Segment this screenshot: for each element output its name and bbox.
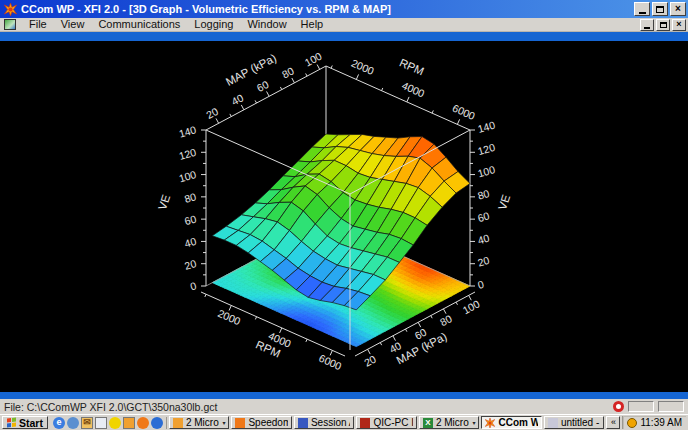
dropdown-arrow-icon[interactable]: ▾: [472, 419, 475, 426]
minimize-button[interactable]: [634, 2, 650, 16]
svg-text:20: 20: [183, 257, 198, 272]
title-bar[interactable]: CCom WP - XFI 2.0 - [3D Graph - Volumetr…: [0, 0, 688, 18]
svg-text:20: 20: [362, 353, 378, 369]
app-icon: [3, 2, 17, 16]
system-tray: 11:39 AM: [622, 416, 686, 429]
firefox-icon: [235, 418, 245, 428]
child-minimize-button[interactable]: [640, 19, 654, 31]
task-button-label: Session A - [...: [311, 417, 351, 428]
toolbar-strip-top: [0, 32, 688, 41]
svg-text:2000: 2000: [350, 57, 376, 78]
svg-text:100: 100: [303, 50, 324, 69]
window-controls: ×: [634, 2, 686, 16]
status-panel-2: [658, 401, 684, 412]
record-indicator-icon: [613, 401, 624, 412]
child-restore-button[interactable]: [656, 19, 670, 31]
svg-text:2000: 2000: [216, 307, 242, 328]
svg-text:0: 0: [189, 279, 198, 292]
menu-item-help[interactable]: Help: [294, 18, 331, 31]
dropdown-arrow-icon[interactable]: ▾: [222, 419, 225, 426]
svg-text:100: 100: [460, 297, 481, 316]
menu-item-logging[interactable]: Logging: [187, 18, 240, 31]
svg-text:120: 120: [177, 146, 197, 162]
task-button-untitled-paint[interactable]: untitled - Paint: [544, 416, 605, 429]
svg-text:140: 140: [177, 123, 197, 139]
ccom-icon: [485, 418, 495, 428]
close-icon: ×: [676, 20, 681, 29]
application-window: CCom WP - XFI 2.0 - [3D Graph - Volumetr…: [0, 0, 688, 430]
windows-flag-pane: [12, 423, 16, 427]
windows-logo-icon: [7, 418, 16, 428]
minimize-icon: [639, 12, 646, 14]
child-window-controls: ×: [640, 19, 686, 31]
menu-item-file[interactable]: File: [22, 18, 54, 31]
task-button-2-microsof[interactable]: 2 Microsof...▾: [169, 416, 230, 429]
media-player-icon[interactable]: [151, 417, 163, 429]
svg-text:80: 80: [476, 187, 491, 202]
task-button-label: 2 Microsof...: [436, 417, 469, 428]
svg-text:140: 140: [476, 119, 496, 135]
svg-text:20: 20: [476, 254, 491, 269]
start-button[interactable]: Start: [2, 416, 48, 429]
notes-icon[interactable]: [123, 417, 135, 429]
ve-surface-chart: 020406080100120140VE020406080100120140VE…: [0, 41, 688, 392]
td-icon[interactable]: [109, 417, 121, 429]
ie-icon[interactable]: e: [53, 417, 65, 429]
task-buttons: 2 Microsof...▾Speedomet...Session A - [.…: [169, 416, 605, 429]
task-button-label: QIC-PC II fo...: [373, 417, 413, 428]
clock-icon: [627, 418, 637, 428]
task-button-label: CCom WP ...: [498, 417, 538, 428]
desktop-icon[interactable]: [95, 417, 107, 429]
paint-icon: [548, 418, 558, 428]
taskbar-overflow-chevron[interactable]: «: [606, 416, 620, 429]
terminal-icon: [298, 418, 308, 428]
toolbar-strip-bottom: [0, 392, 688, 399]
mail-icon[interactable]: ✉: [81, 417, 93, 429]
svg-text:MAP (kPa): MAP (kPa): [224, 51, 279, 88]
svg-text:VE: VE: [156, 193, 172, 212]
menu-bar: FileViewCommunicationsLoggingWindowHelp …: [0, 18, 688, 32]
status-bar-right: [613, 401, 684, 412]
svg-text:VE: VE: [496, 193, 512, 212]
plot-area: 020406080100120140VE020406080100120140VE…: [0, 41, 688, 392]
svg-text:4000: 4000: [400, 79, 426, 100]
windows-flag-pane: [12, 418, 16, 422]
svg-text:100: 100: [476, 163, 496, 179]
restore-icon: [656, 6, 664, 13]
svg-text:60: 60: [255, 78, 271, 94]
restore-button[interactable]: [652, 2, 668, 16]
child-close-button[interactable]: ×: [672, 19, 686, 31]
menu-item-communications[interactable]: Communications: [91, 18, 187, 31]
task-button-label: Speedomet...: [248, 417, 288, 428]
child-window-icon[interactable]: [4, 19, 16, 30]
task-button-ccom-wp[interactable]: CCom WP ...: [481, 416, 542, 429]
svg-text:60: 60: [183, 212, 198, 227]
status-panel-1: [628, 401, 654, 412]
svg-text:120: 120: [476, 141, 496, 157]
task-button-session-a[interactable]: Session A - [...: [294, 416, 355, 429]
taskbar-clock: 11:39 AM: [640, 417, 682, 428]
svg-text:40: 40: [476, 232, 491, 247]
svg-text:80: 80: [438, 312, 454, 328]
excel-icon: X: [423, 418, 433, 428]
task-button-speedomet[interactable]: Speedomet...: [231, 416, 292, 429]
task-button-2-microsof[interactable]: X2 Microsof...▾: [419, 416, 480, 429]
minimize-icon: [644, 27, 650, 29]
svg-text:100: 100: [177, 168, 197, 184]
menu-item-view[interactable]: View: [54, 18, 92, 31]
close-button[interactable]: ×: [670, 2, 686, 16]
windows-flag-pane: [7, 418, 11, 422]
menu-item-window[interactable]: Window: [240, 18, 293, 31]
task-button-qic-pc-ii-fo[interactable]: QIC-PC II fo...: [356, 416, 417, 429]
status-file-path: File: C:\CComWP XFI 2.0\GCT\350na30lb.gc…: [4, 401, 217, 413]
globe-icon[interactable]: [67, 417, 79, 429]
task-button-label: untitled - Paint: [561, 417, 601, 428]
windows-flag-pane: [7, 423, 11, 427]
svg-text:80: 80: [280, 64, 296, 80]
menu-items: FileViewCommunicationsLoggingWindowHelp: [22, 18, 330, 31]
firefox-icon[interactable]: [137, 417, 149, 429]
svg-text:6000: 6000: [317, 352, 343, 373]
office-icon: [173, 418, 183, 428]
qic-icon: [360, 418, 370, 428]
taskbar: Start e✉ 2 Microsof...▾Speedomet...Sessi…: [0, 414, 688, 430]
